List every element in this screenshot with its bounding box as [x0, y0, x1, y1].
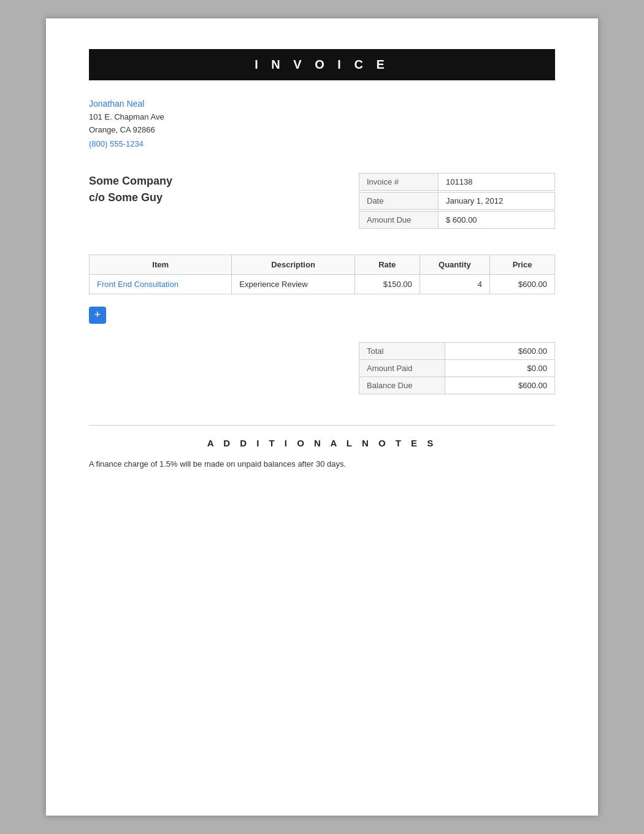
add-icon: +: [94, 308, 101, 321]
invoice-header: I N V O I C E: [89, 49, 555, 80]
sender-address-line1: 101 E. Chapman Ave: [89, 111, 555, 124]
row-description: Experience Review: [232, 274, 355, 294]
table-header-row: Item Description Rate Quantity Price: [90, 254, 555, 274]
balance-due-label: Balance Due: [359, 377, 445, 394]
col-header-description: Description: [232, 254, 355, 274]
add-row-button[interactable]: +: [89, 307, 106, 324]
totals-section: Total $600.00 Amount Paid $0.00 Balance …: [89, 342, 555, 394]
amount-due-row: Amount Due $ 600.00: [359, 211, 555, 229]
invoice-number-value: 101138: [439, 173, 555, 191]
amount-paid-row: Amount Paid $0.00: [359, 359, 555, 377]
sender-name: Jonathan Neal: [89, 99, 555, 109]
sender-address-line2: Orange, CA 92866: [89, 124, 555, 137]
date-label: Date: [359, 192, 439, 210]
amount-due-value: $ 600.00: [439, 211, 555, 229]
invoice-meta: Invoice # 101138 Date January 1, 2012 Am…: [359, 173, 555, 230]
row-price: $600.00: [490, 274, 555, 294]
col-header-quantity: Quantity: [420, 254, 489, 274]
invoice-page: I N V O I C E Jonathan Neal 101 E. Chapm…: [46, 18, 598, 816]
amount-paid-label: Amount Paid: [359, 359, 445, 377]
additional-notes-body: A finance charge of 1.5% will be made on…: [89, 458, 555, 471]
date-row: Date January 1, 2012: [359, 192, 555, 210]
total-value: $600.00: [445, 342, 555, 359]
totals-table: Total $600.00 Amount Paid $0.00 Balance …: [359, 342, 555, 394]
sender-phone: (800) 555-1234: [89, 139, 555, 148]
amount-due-label: Amount Due: [359, 211, 439, 229]
invoice-number-row: Invoice # 101138: [359, 173, 555, 191]
balance-due-row: Balance Due $600.00: [359, 377, 555, 394]
col-header-item: Item: [90, 254, 232, 274]
sender-info: Jonathan Neal 101 E. Chapman Ave Orange,…: [89, 99, 555, 148]
date-value: January 1, 2012: [439, 192, 555, 210]
billing-section: Some Company c/o Some Guy Invoice # 1011…: [89, 173, 555, 230]
invoice-title: I N V O I C E: [255, 58, 389, 71]
bill-to: Some Company c/o Some Guy: [89, 173, 172, 206]
row-item: Front End Consultation: [90, 274, 232, 294]
row-quantity: 4: [420, 274, 489, 294]
amount-paid-value: $0.00: [445, 359, 555, 377]
col-header-rate: Rate: [355, 254, 420, 274]
col-header-price: Price: [490, 254, 555, 274]
row-rate: $150.00: [355, 274, 420, 294]
balance-due-value: $600.00: [445, 377, 555, 394]
additional-notes-section: A D D I T I O N A L N O T E S A finance …: [89, 425, 555, 471]
items-table: Item Description Rate Quantity Price Fro…: [89, 254, 555, 294]
bill-to-company: Some Company: [89, 173, 172, 189]
bill-to-contact: c/o Some Guy: [89, 189, 172, 206]
additional-notes-title: A D D I T I O N A L N O T E S: [89, 438, 555, 448]
total-row: Total $600.00: [359, 342, 555, 359]
table-row: Front End Consultation Experience Review…: [90, 274, 555, 294]
invoice-number-label: Invoice #: [359, 173, 439, 191]
total-label: Total: [359, 342, 445, 359]
